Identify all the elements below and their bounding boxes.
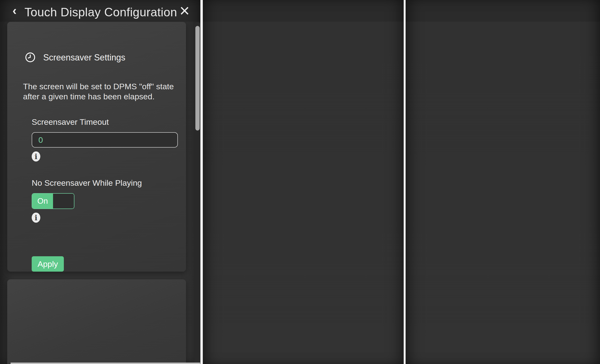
back-icon[interactable]: ‹ (12, 4, 17, 17)
toggle-on-label: On (32, 194, 53, 208)
toggle-off-side (53, 194, 74, 208)
screensaver-description: The screen will be set to DPMS "off" sta… (23, 81, 180, 102)
card-heading: Screensaver Settings (43, 53, 125, 63)
info-icon[interactable]: i (32, 151, 40, 161)
field-label-screensaver-timeout: Screensaver Timeout (32, 117, 109, 127)
screensaver-settings-card: Screensaver Settings The screen will be … (7, 22, 186, 272)
close-icon[interactable]: × (179, 2, 190, 19)
info-icon[interactable]: i (32, 213, 40, 223)
page-title: Touch Display Configuration (25, 5, 177, 19)
orientation-settings-card: Orientation Settings Rotate Screen Conte… (7, 279, 186, 364)
panel-general-playback: General Playback Options × General Playb… (203, 0, 404, 364)
panel-divider (200, 0, 203, 364)
screensaver-timeout-input[interactable]: 0 (32, 132, 178, 148)
apply-button[interactable]: Apply (32, 256, 64, 272)
panel-touch-display: ‹ Touch Display Configuration × Screensa… (0, 0, 200, 364)
clock-icon (25, 52, 36, 64)
vertical-scrollbar-thumb[interactable] (195, 26, 200, 131)
no-screensaver-while-playing-toggle[interactable]: On (32, 193, 75, 209)
horizontal-scrollbar[interactable] (10, 363, 200, 364)
panel-peppymeter: ‹ PeppyMeter Configuration × Alsa Config… (406, 0, 600, 364)
screensaver-timeout-value: 0 (38, 135, 43, 145)
field-label-no-screensaver-while-playing: No Screensaver While Playing (32, 178, 142, 188)
panel-divider (404, 0, 406, 364)
